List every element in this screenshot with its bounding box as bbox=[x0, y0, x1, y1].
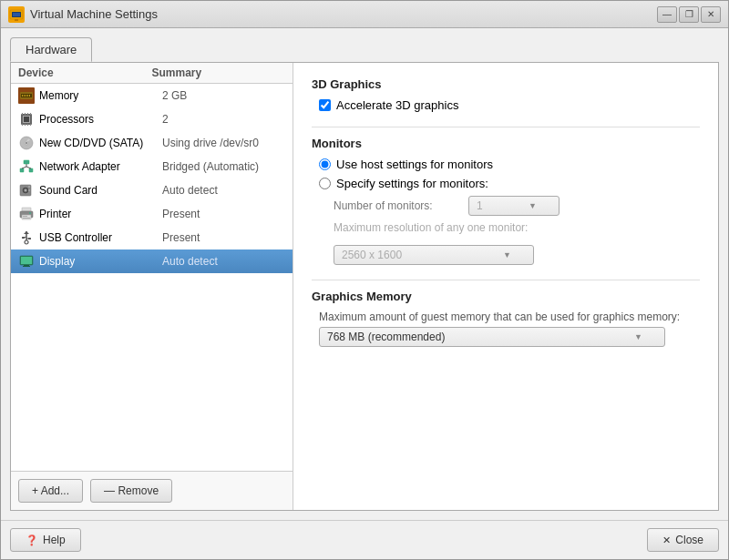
graphics-memory-dropdown[interactable]: 768 MB (recommended) ▼ bbox=[319, 327, 665, 347]
device-row-printer[interactable]: Printer Present bbox=[11, 202, 293, 226]
remove-device-button[interactable]: — Remove bbox=[90, 479, 172, 503]
svg-rect-6 bbox=[22, 95, 23, 97]
svg-rect-40 bbox=[23, 216, 27, 217]
cdvd-icon bbox=[18, 135, 35, 151]
radio-specify-row: Specify settings for monitors: bbox=[319, 177, 700, 190]
svg-point-42 bbox=[29, 212, 31, 214]
display-name: Display bbox=[39, 255, 162, 268]
section-3d-graphics: 3D Graphics Accelerate 3D graphics bbox=[312, 77, 700, 112]
accelerate-3d-label: Accelerate 3D graphics bbox=[336, 98, 458, 112]
svg-rect-2 bbox=[13, 13, 20, 16]
dropdown-arrow-2: ▼ bbox=[503, 250, 511, 260]
printer-icon bbox=[18, 206, 35, 222]
close-icon: ✕ bbox=[662, 535, 671, 546]
svg-rect-14 bbox=[22, 113, 23, 115]
graphics-memory-title: Graphics Memory bbox=[312, 290, 700, 303]
main-window: Virtual Machine Settings — ❐ ✕ Hardware … bbox=[0, 0, 729, 560]
graphics-memory-field-block: Maximum amount of guest memory that can … bbox=[319, 311, 700, 347]
minimize-button[interactable]: — bbox=[657, 6, 677, 23]
sound-summary: Auto detect bbox=[162, 184, 285, 197]
svg-rect-15 bbox=[25, 113, 26, 115]
content-area: Hardware Device Summary bbox=[1, 28, 728, 520]
svg-point-36 bbox=[28, 189, 30, 191]
titlebar-left: Virtual Machine Settings bbox=[8, 6, 158, 23]
svg-rect-39 bbox=[22, 215, 31, 219]
svg-rect-37 bbox=[22, 208, 31, 211]
tab-hardware[interactable]: Hardware bbox=[10, 37, 92, 62]
processors-summary: 2 bbox=[162, 113, 285, 126]
app-icon bbox=[8, 6, 25, 23]
device-list-buttons: + Add... — Remove bbox=[11, 471, 293, 510]
usb-name: USB Controller bbox=[39, 231, 162, 244]
device-list-panel: Device Summary bbox=[11, 63, 293, 510]
svg-point-45 bbox=[25, 240, 28, 244]
svg-rect-9 bbox=[27, 95, 28, 97]
memory-icon bbox=[18, 87, 35, 104]
monitors-title: Monitors bbox=[312, 137, 700, 150]
radio-specify-label: Specify settings for monitors: bbox=[336, 177, 488, 190]
num-monitors-label: Number of monitors: bbox=[334, 199, 461, 212]
memory-summary: 2 GB bbox=[162, 89, 285, 102]
divider-2 bbox=[312, 280, 700, 280]
cdvd-name: New CD/DVD (SATA) bbox=[39, 137, 162, 149]
titlebar-controls: — ❐ ✕ bbox=[657, 6, 721, 23]
processors-name: Processors bbox=[39, 113, 162, 126]
num-monitors-dropdown[interactable]: 1 ▼ bbox=[468, 196, 560, 216]
device-row-memory[interactable]: Memory 2 GB bbox=[11, 84, 293, 107]
accelerate-3d-checkbox[interactable] bbox=[319, 99, 331, 111]
svg-rect-16 bbox=[27, 113, 28, 115]
device-list-header: Device Summary bbox=[11, 63, 293, 84]
close-window-button[interactable]: ✕ bbox=[701, 6, 721, 23]
restore-button[interactable]: ❐ bbox=[679, 6, 699, 23]
device-list: Memory 2 GB bbox=[11, 84, 293, 471]
titlebar: Virtual Machine Settings — ❐ ✕ bbox=[1, 1, 728, 28]
radio-use-host[interactable] bbox=[319, 158, 331, 170]
close-button[interactable]: ✕ Close bbox=[647, 528, 719, 552]
svg-rect-41 bbox=[23, 218, 30, 219]
device-row-cdvd[interactable]: New CD/DVD (SATA) Using drive /dev/sr0 bbox=[11, 131, 293, 155]
svg-rect-17 bbox=[30, 113, 31, 115]
memory-name: Memory bbox=[39, 89, 162, 102]
printer-summary: Present bbox=[162, 208, 285, 220]
display-icon bbox=[18, 253, 35, 270]
num-monitors-row: Number of monitors: 1 ▼ bbox=[334, 196, 700, 216]
device-row-processors[interactable]: Processors 2 bbox=[11, 107, 293, 131]
svg-rect-27 bbox=[20, 168, 24, 172]
radio-specify[interactable] bbox=[319, 178, 331, 189]
graphics-memory-value: 768 MB (recommended) bbox=[327, 331, 445, 343]
header-device: Device bbox=[18, 66, 152, 79]
svg-rect-10 bbox=[29, 95, 30, 97]
svg-rect-18 bbox=[22, 124, 23, 126]
svg-point-35 bbox=[28, 186, 30, 188]
network-summary: Bridged (Automatic) bbox=[162, 160, 285, 173]
add-device-button[interactable]: + Add... bbox=[18, 479, 83, 503]
svg-rect-49 bbox=[23, 266, 30, 267]
svg-line-30 bbox=[22, 167, 26, 168]
max-res-row: Maximum resolution of any one monitor: 2… bbox=[334, 221, 700, 265]
header-summary: Summary bbox=[152, 66, 286, 79]
network-name: Network Adapter bbox=[39, 160, 162, 173]
svg-rect-8 bbox=[26, 95, 26, 97]
cdvd-summary: Using drive /dev/sr0 bbox=[162, 137, 285, 149]
device-row-network[interactable]: Network Adapter Bridged (Automatic) bbox=[11, 155, 293, 178]
device-row-usb[interactable]: USB Controller Present bbox=[11, 226, 293, 249]
help-button[interactable]: ❓ Help bbox=[10, 528, 81, 552]
sound-icon bbox=[18, 182, 35, 199]
display-summary: Auto detect bbox=[162, 255, 285, 268]
svg-point-24 bbox=[26, 142, 27, 144]
radio-host-settings-row: Use host settings for monitors bbox=[319, 158, 700, 171]
num-monitors-value: 1 bbox=[477, 199, 483, 212]
device-row-display[interactable]: Display Auto detect bbox=[11, 249, 293, 273]
footer: ❓ Help ✕ Close bbox=[1, 520, 728, 559]
help-icon: ❓ bbox=[26, 535, 38, 546]
svg-rect-48 bbox=[24, 265, 29, 266]
svg-rect-7 bbox=[24, 95, 25, 97]
device-row-sound[interactable]: Sound Card Auto detect bbox=[11, 178, 293, 202]
max-res-value: 2560 x 1600 bbox=[342, 249, 402, 261]
usb-summary: Present bbox=[162, 231, 285, 244]
tab-bar: Hardware bbox=[10, 37, 719, 62]
svg-rect-21 bbox=[30, 124, 31, 126]
accelerate-checkbox-row: Accelerate 3D graphics bbox=[319, 98, 700, 112]
3d-graphics-title: 3D Graphics bbox=[312, 77, 700, 91]
max-res-dropdown[interactable]: 2560 x 1600 ▼ bbox=[334, 245, 534, 265]
